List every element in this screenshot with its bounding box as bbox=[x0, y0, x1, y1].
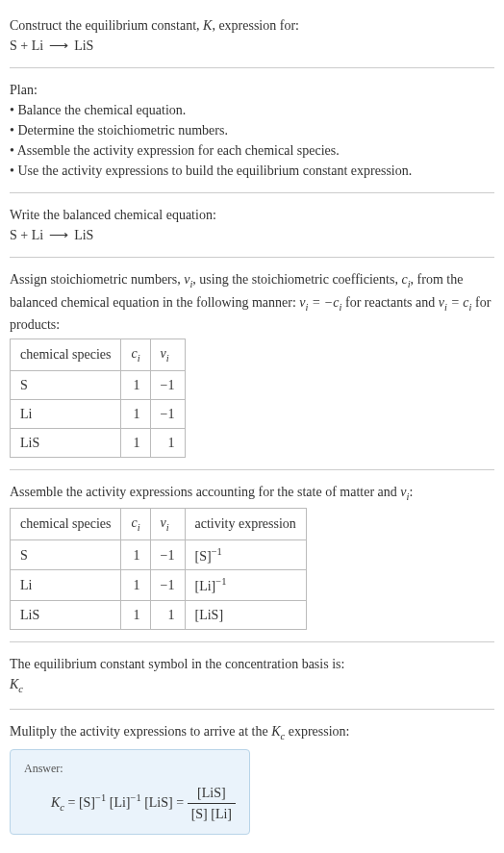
eq-neg: = − bbox=[308, 295, 333, 310]
multiply-text: Mulitply the activity expressions to arr… bbox=[10, 721, 494, 744]
K: K bbox=[10, 677, 18, 691]
k-symbol: K bbox=[203, 18, 212, 33]
plan-section: Plan: • Balance the chemical equation. •… bbox=[10, 72, 494, 188]
arrow-icon: ⟶ bbox=[43, 228, 74, 242]
conc: [S] bbox=[195, 548, 212, 563]
divider bbox=[10, 709, 494, 710]
intro-text-a: Construct the equilibrium constant, bbox=[10, 18, 203, 33]
table-row: Li 1 −1 [Li]−1 bbox=[11, 570, 307, 601]
answer-label: Answer: bbox=[24, 760, 236, 777]
cell-ci: 1 bbox=[121, 399, 150, 428]
divider bbox=[10, 641, 494, 642]
cell-activity: [S]−1 bbox=[185, 539, 306, 570]
col-ci: ci bbox=[121, 509, 150, 540]
cell-species: LiS bbox=[11, 428, 121, 457]
cell-ci: 1 bbox=[121, 570, 150, 601]
answer-expression: Kc = [S]−1 [Li]−1 [LiS] = [LiS][S] [Li] bbox=[24, 783, 236, 824]
sub-i: i bbox=[138, 522, 140, 533]
stoich-text-d: for reactants and bbox=[341, 295, 438, 310]
cell-species: S bbox=[11, 539, 121, 570]
product-lis: LiS bbox=[74, 38, 93, 53]
multiply-section: Mulitply the activity expressions to arr… bbox=[10, 714, 494, 843]
symbol-text: The equilibrium constant symbol in the c… bbox=[10, 654, 494, 674]
exp: −1 bbox=[95, 792, 106, 803]
cell-nui: −1 bbox=[150, 399, 185, 428]
stoich-text-a: Assign stoichiometric numbers, bbox=[10, 272, 184, 287]
cell-species: LiS bbox=[11, 601, 121, 630]
sub-c: c bbox=[18, 684, 23, 694]
stoich-text-b: , using the stoichiometric coefficients, bbox=[192, 272, 401, 287]
plan-item-3: • Assemble the activity expression for e… bbox=[10, 140, 494, 161]
cell-species: S bbox=[11, 370, 121, 399]
kc-symbol: Kc bbox=[10, 674, 494, 697]
stoich-text: Assign stoichiometric numbers, νi, using… bbox=[10, 269, 494, 335]
nu-symbol: νi bbox=[184, 272, 192, 287]
sub-i: i bbox=[166, 522, 169, 533]
col-nui: νi bbox=[150, 339, 185, 371]
exp: −1 bbox=[215, 576, 226, 587]
rel2: νi = ci bbox=[439, 295, 472, 310]
cell-activity: [LiS] bbox=[185, 601, 306, 630]
table-row: Li 1 −1 bbox=[11, 399, 186, 428]
cell-nui: 1 bbox=[150, 601, 185, 630]
multiply-text-b: expression: bbox=[285, 724, 349, 739]
table-header-row: chemical species ci νi activity expressi… bbox=[11, 509, 307, 540]
sub-i: i bbox=[166, 353, 169, 364]
c-symbol: ci bbox=[401, 272, 410, 287]
activity-text-a: Assemble the activity expressions accoun… bbox=[10, 485, 400, 499]
term-s: [S] bbox=[79, 795, 95, 810]
cell-nui: −1 bbox=[150, 570, 185, 601]
col-ci: ci bbox=[121, 339, 150, 371]
activity-text-b: : bbox=[409, 485, 413, 499]
balanced-heading: Write the balanced chemical equation: bbox=[10, 205, 494, 225]
fraction-numerator: [LiS] bbox=[188, 783, 236, 804]
conc: [Li] bbox=[195, 579, 216, 593]
arrow-icon: ⟶ bbox=[43, 38, 74, 53]
intro-section: Construct the equilibrium constant, K, e… bbox=[10, 8, 494, 63]
cell-ci: 1 bbox=[121, 428, 150, 457]
cell-nui: 1 bbox=[150, 428, 185, 457]
conc: [LiS] bbox=[195, 608, 224, 622]
K: K bbox=[51, 795, 60, 810]
col-activity: activity expression bbox=[185, 509, 306, 540]
divider bbox=[10, 257, 494, 258]
reactant-li: Li bbox=[32, 38, 43, 53]
balanced-section: Write the balanced chemical equation: S … bbox=[10, 197, 494, 253]
balanced-reaction: S + Li⟶LiS bbox=[10, 225, 494, 245]
activity-text: Assemble the activity expressions accoun… bbox=[10, 482, 494, 505]
cell-species: Li bbox=[11, 399, 121, 428]
equals: = bbox=[173, 795, 188, 810]
fraction-denominator: [S] [Li] bbox=[188, 804, 236, 824]
sub-i: i bbox=[138, 353, 140, 364]
kc-symbol: Kc bbox=[271, 724, 285, 739]
answer-box: Answer: Kc = [S]−1 [Li]−1 [LiS] = [LiS][… bbox=[10, 749, 250, 835]
plus: + bbox=[17, 38, 32, 53]
cell-ci: 1 bbox=[121, 539, 150, 570]
table-header-row: chemical species ci νi bbox=[11, 339, 186, 371]
exp: −1 bbox=[212, 546, 222, 557]
activity-section: Assemble the activity expressions accoun… bbox=[10, 474, 494, 638]
term-li: [Li] bbox=[110, 795, 131, 810]
intro-reaction: S + Li⟶LiS bbox=[10, 36, 494, 56]
table-row: S 1 −1 bbox=[11, 370, 186, 399]
cell-activity: [Li]−1 bbox=[185, 570, 306, 601]
cell-ci: 1 bbox=[121, 601, 150, 630]
fraction: [LiS][S] [Li] bbox=[188, 783, 236, 824]
intro-line1: Construct the equilibrium constant, K, e… bbox=[10, 15, 494, 36]
col-species: chemical species bbox=[11, 509, 121, 540]
cell-ci: 1 bbox=[121, 370, 150, 399]
cell-species: Li bbox=[11, 570, 121, 601]
cell-nui: −1 bbox=[150, 539, 185, 570]
equals: = bbox=[64, 795, 79, 810]
reactant-s: S bbox=[10, 38, 17, 53]
activity-table: chemical species ci νi activity expressi… bbox=[10, 508, 307, 630]
K: K bbox=[271, 724, 280, 739]
divider bbox=[10, 192, 494, 193]
table-row: S 1 −1 [S]−1 bbox=[11, 539, 307, 570]
stoich-table: chemical species ci νi S 1 −1 Li 1 −1 Li… bbox=[10, 339, 186, 458]
col-species: chemical species bbox=[11, 339, 121, 371]
col-nui: νi bbox=[150, 509, 185, 540]
exp: −1 bbox=[130, 792, 140, 803]
table-row: LiS 1 1 [LiS] bbox=[11, 601, 307, 630]
symbol-section: The equilibrium constant symbol in the c… bbox=[10, 646, 494, 705]
